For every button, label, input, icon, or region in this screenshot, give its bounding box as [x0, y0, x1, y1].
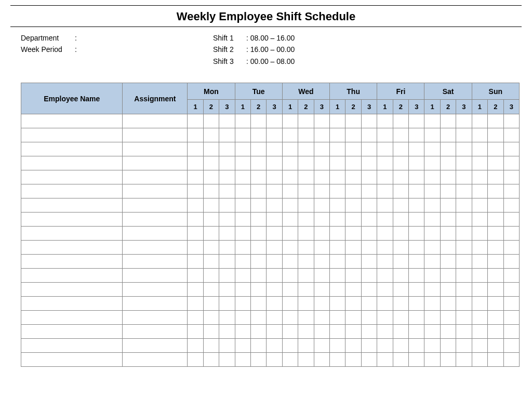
shift-cell: [235, 170, 250, 184]
employee-cell: [21, 184, 123, 198]
shift-cell: [219, 213, 235, 227]
shift-cell: [409, 325, 424, 339]
shift-cell: [235, 184, 250, 198]
shift-cell: [409, 283, 424, 297]
shift-cell: [409, 184, 424, 198]
shift-cell: [424, 255, 440, 269]
shift-num-header: 1: [472, 100, 487, 114]
shift-cell: [361, 114, 377, 128]
shift-num-header: 3: [267, 100, 282, 114]
shift-cell: [456, 255, 472, 269]
shift-cell: [424, 283, 440, 297]
shift-cell: [267, 128, 282, 142]
shift-cell: [456, 241, 472, 255]
shift-cell: [330, 339, 345, 353]
shift-cell: [188, 142, 203, 156]
shift-cell: [488, 339, 503, 353]
shift-cell: [330, 198, 345, 213]
shift-cell: [409, 339, 424, 353]
shift-cell: [219, 283, 235, 297]
shift-cell: [488, 353, 503, 367]
shift-num-header: 1: [377, 100, 393, 114]
shift-cell: [314, 255, 329, 269]
shift-num-header: 1: [188, 100, 203, 114]
shift-num-header: 3: [314, 100, 329, 114]
shift-cell: [361, 198, 377, 213]
shift-cell: [330, 325, 345, 339]
shift-cell: [361, 339, 377, 353]
shift-cell: [219, 325, 235, 339]
shift-cell: [456, 283, 472, 297]
shift-cell: [472, 353, 487, 367]
shift-cell: [267, 213, 282, 227]
shift-3-times: 00.00 – 08.00: [250, 57, 295, 65]
shift-cell: [203, 297, 219, 311]
shift-cell: [282, 283, 298, 297]
shift-cell: [203, 114, 219, 128]
shift-cell: [440, 114, 456, 128]
shift-cell: [251, 128, 267, 142]
shift-cell: [377, 353, 393, 367]
shift-cell: [440, 339, 456, 353]
shift-cell: [393, 339, 408, 353]
shift-cell: [488, 325, 503, 339]
shift-cell: [298, 269, 314, 283]
shift-cell: [251, 339, 267, 353]
shift-cell: [235, 213, 250, 227]
shift-cell: [488, 170, 503, 184]
shift-cell: [219, 339, 235, 353]
shift-cell: [188, 311, 203, 325]
shift-cell: [488, 227, 503, 241]
shift-cell: [503, 156, 520, 170]
shift-cell: [440, 128, 456, 142]
shift-cell: [251, 283, 267, 297]
assignment-cell: [123, 311, 188, 325]
shift-cell: [409, 142, 424, 156]
shift-cell: [440, 170, 456, 184]
shift-cell: [409, 269, 424, 283]
table-row: [21, 142, 520, 156]
shift-cell: [345, 198, 361, 213]
shift-cell: [219, 227, 235, 241]
shift-cell: [440, 269, 456, 283]
shift-cell: [219, 269, 235, 283]
shift-cell: [203, 269, 219, 283]
shift-cell: [424, 353, 440, 367]
shift-cell: [424, 213, 440, 227]
shift-cell: [235, 128, 250, 142]
table-row: [21, 184, 520, 198]
shift-cell: [188, 184, 203, 198]
shift-cell: [456, 170, 472, 184]
shift-cell: [440, 241, 456, 255]
shift-cell: [203, 311, 219, 325]
shift-cell: [330, 353, 345, 367]
shift-cell: [251, 269, 267, 283]
shift-cell: [440, 353, 456, 367]
table-row: [21, 325, 520, 339]
shift-cell: [298, 114, 314, 128]
table-row: [21, 269, 520, 283]
shift-cell: [267, 339, 282, 353]
assignment-cell: [123, 353, 188, 367]
shift-cell: [456, 198, 472, 213]
assignment-cell: [123, 227, 188, 241]
shift-cell: [282, 114, 298, 128]
day-header-thu: Thu: [330, 83, 377, 100]
shift-cell: [314, 241, 329, 255]
shift-3-sep: :: [246, 57, 248, 65]
shift-cell: [424, 269, 440, 283]
shift-cell: [472, 142, 487, 156]
table-row: [21, 156, 520, 170]
shift-cell: [440, 142, 456, 156]
assignment-cell: [123, 255, 188, 269]
employee-cell: [21, 255, 123, 269]
shift-cell: [345, 114, 361, 128]
shift-cell: [393, 213, 408, 227]
shift-cell: [503, 297, 520, 311]
shift-cell: [377, 198, 393, 213]
employee-cell: [21, 283, 123, 297]
shift-cell: [361, 241, 377, 255]
table-row: [21, 198, 520, 213]
shift-num-header: 1: [424, 100, 440, 114]
shift-cell: [472, 311, 487, 325]
